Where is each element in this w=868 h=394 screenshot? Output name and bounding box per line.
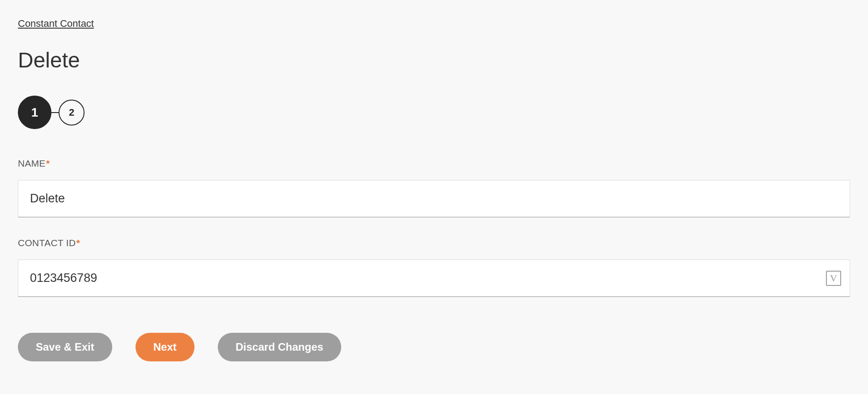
name-label-text: NAME <box>18 158 46 168</box>
field-contact-id: CONTACT ID* V <box>18 238 850 297</box>
required-marker: * <box>46 158 50 168</box>
save-exit-button[interactable]: Save & Exit <box>18 333 112 361</box>
required-marker: * <box>76 238 80 248</box>
contact-id-label-text: CONTACT ID <box>18 238 76 248</box>
step-connector <box>51 112 59 113</box>
breadcrumb-link[interactable]: Constant Contact <box>18 18 94 29</box>
field-name: NAME* <box>18 158 850 218</box>
contact-id-input[interactable] <box>18 260 850 297</box>
step-indicator: 1 2 <box>18 96 850 129</box>
step-1[interactable]: 1 <box>18 96 51 129</box>
next-button[interactable]: Next <box>135 333 195 361</box>
step-2[interactable]: 2 <box>59 100 85 126</box>
page-title: Delete <box>18 50 850 71</box>
variable-icon[interactable]: V <box>826 271 841 286</box>
contact-id-label: CONTACT ID* <box>18 238 850 248</box>
discard-changes-button[interactable]: Discard Changes <box>218 333 341 361</box>
name-input[interactable] <box>18 180 850 218</box>
action-bar: Save & Exit Next Discard Changes <box>18 333 850 361</box>
name-label: NAME* <box>18 158 850 169</box>
